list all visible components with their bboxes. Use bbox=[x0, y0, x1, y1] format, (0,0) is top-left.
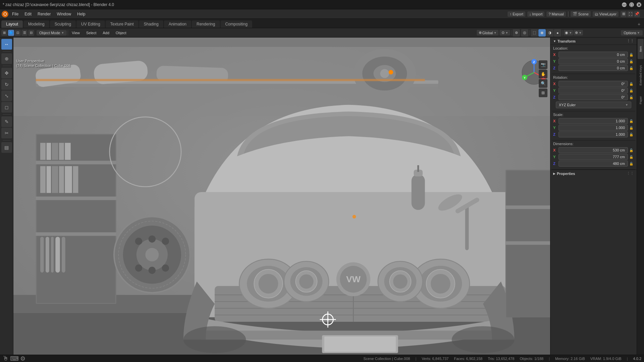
tab-rendering[interactable]: Rendering bbox=[192, 20, 220, 28]
manual-btn[interactable]: ? Manual bbox=[546, 11, 566, 17]
scale-y-lock[interactable]: 🔓 bbox=[629, 126, 634, 130]
object-mode-dropdown[interactable]: Object Mode ▼ bbox=[37, 30, 67, 36]
menubar: ⬡ File Edit Render Window Help ↑ Export … bbox=[0, 9, 644, 19]
scale-x-field[interactable]: 1.000 bbox=[559, 118, 628, 124]
status-icon-settings[interactable]: ⚙ bbox=[20, 355, 25, 362]
tab-shading[interactable]: Shading bbox=[139, 20, 163, 28]
transform-panel-header[interactable]: ▼ Transform ⋮⋮ bbox=[550, 38, 637, 45]
rot-y-lock[interactable]: 🔓 bbox=[629, 89, 634, 93]
add-menu[interactable]: Add bbox=[100, 30, 112, 36]
rotate-tool-btn[interactable]: ↻ bbox=[1, 79, 12, 90]
rot-y-field[interactable]: 0° bbox=[559, 87, 628, 94]
transform-tool-btn[interactable]: ◻ bbox=[1, 102, 12, 113]
transform-panel-settings[interactable]: ⋮⋮ bbox=[627, 39, 634, 43]
toolbar-icon-2[interactable]: 🔷 bbox=[8, 30, 14, 36]
annotate-tool-btn[interactable]: ✎ bbox=[1, 116, 12, 127]
loc-y-field[interactable]: 0 cm bbox=[559, 58, 628, 64]
maximize-button[interactable]: □ bbox=[629, 2, 634, 7]
loc-x-field[interactable]: 0 cm bbox=[559, 52, 628, 58]
transform-space[interactable]: ⊕ Global ▼ bbox=[477, 30, 499, 36]
menu-window[interactable]: Window bbox=[54, 11, 74, 17]
toolbar-icon-1[interactable]: ⊞ bbox=[1, 30, 7, 36]
import-btn[interactable]: ↓ Import bbox=[527, 11, 545, 17]
overlays-btn[interactable]: ◉ ▼ bbox=[564, 30, 573, 36]
snap-btn[interactable]: ⊛ bbox=[513, 29, 520, 37]
close-button[interactable]: ✕ bbox=[637, 2, 641, 7]
full-screen-btn[interactable]: ⛶ bbox=[627, 11, 633, 17]
editor-type-btn[interactable]: ⊞ bbox=[621, 11, 627, 17]
scale-x-lock[interactable]: 🔓 bbox=[629, 119, 634, 123]
rot-z-lock[interactable]: 🔓 bbox=[629, 96, 634, 99]
loc-x-lock[interactable]: 🔓 bbox=[629, 53, 634, 57]
toolbar-icon-3[interactable]: ⊡ bbox=[15, 30, 21, 36]
tab-sculpting[interactable]: Sculpting bbox=[50, 20, 76, 28]
scale-z-lock[interactable]: 🔓 bbox=[629, 133, 634, 136]
tab-layout[interactable]: Layout bbox=[1, 20, 23, 28]
dim-x-field[interactable]: 530 cm bbox=[559, 147, 628, 153]
viewport[interactable]: VW bbox=[13, 38, 550, 362]
properties-settings[interactable]: ⋮⋮ bbox=[627, 171, 634, 176]
rendered-btn[interactable]: ● bbox=[554, 29, 561, 37]
zoom-camera-btn[interactable]: 📷 bbox=[539, 60, 547, 69]
properties-section[interactable]: ▶ Properties ⋮⋮ bbox=[550, 170, 637, 177]
gizmos-btn[interactable]: ⊕ ▼ bbox=[574, 30, 583, 36]
loc-z-lock[interactable]: 🔓 bbox=[629, 66, 634, 70]
dim-y-field[interactable]: 777 cm bbox=[559, 154, 628, 160]
solid-btn[interactable]: ◉ bbox=[538, 29, 546, 37]
select-menu[interactable]: Select bbox=[83, 30, 99, 36]
select-tool-btn[interactable]: ↔ bbox=[1, 39, 12, 50]
menu-help[interactable]: Help bbox=[74, 11, 88, 17]
wireframe-btn[interactable]: ⬚ bbox=[531, 29, 538, 37]
svg-rect-87 bbox=[417, 165, 419, 172]
menu-render[interactable]: Render bbox=[35, 11, 53, 17]
scale-y-field[interactable]: 1.000 bbox=[559, 125, 628, 131]
add-cube-tool-btn[interactable]: ▤ bbox=[1, 142, 12, 153]
options-btn[interactable]: Options ▼ bbox=[621, 30, 643, 36]
scale-tool-btn[interactable]: ⤡ bbox=[1, 90, 12, 101]
dim-x-lock[interactable]: 🔓 bbox=[629, 148, 634, 152]
add-workspace-btn[interactable]: + bbox=[635, 20, 643, 28]
scale-z-field[interactable]: 1.000 bbox=[559, 131, 628, 137]
loc-z-field[interactable]: 0 cm bbox=[559, 65, 628, 71]
object-menu[interactable]: Object bbox=[113, 30, 129, 36]
viewlayer-dropdown[interactable]: 🗂 ViewLayer bbox=[593, 11, 619, 17]
export-btn[interactable]: ↑ Export bbox=[508, 11, 525, 17]
menu-edit[interactable]: Edit bbox=[22, 11, 34, 17]
proportional-btn[interactable]: ◎ bbox=[521, 29, 528, 37]
looksdev-btn[interactable]: ◑ bbox=[546, 29, 553, 37]
scene-dropdown[interactable]: 🎬 Scene bbox=[571, 11, 591, 17]
workspacebar: Layout Modeling Sculpting UV Editing Tex… bbox=[0, 19, 644, 28]
measure-tool-btn[interactable]: ✂ bbox=[1, 128, 12, 138]
grid-view-btn[interactable]: ⊞ bbox=[539, 88, 547, 97]
toolbar-icon-5[interactable]: ⊟ bbox=[28, 30, 34, 36]
status-icon-keyboard[interactable]: ⌨ bbox=[10, 355, 19, 362]
menu-file[interactable]: File bbox=[9, 11, 21, 17]
tab-compositing[interactable]: Compositing bbox=[221, 20, 252, 28]
euler-dropdown[interactable]: XYZ Euler ▼ bbox=[556, 102, 631, 108]
status-icon-left[interactable]: 🖱 bbox=[3, 355, 9, 362]
view-menu[interactable]: View bbox=[69, 30, 82, 36]
dim-z-lock[interactable]: 🔓 bbox=[629, 162, 634, 166]
dim-z-field[interactable]: 480 cm bbox=[559, 161, 628, 167]
item-tab[interactable]: Item bbox=[638, 39, 644, 59]
svg-rect-27 bbox=[40, 166, 46, 193]
rot-x-field[interactable]: 0° bbox=[559, 81, 628, 87]
cursor-tool-btn[interactable]: ⊕ bbox=[1, 53, 12, 64]
toolbar-icon-4[interactable]: ☰ bbox=[21, 30, 27, 36]
tab-texture-paint[interactable]: Texture Paint bbox=[106, 20, 138, 28]
tab-animation[interactable]: Animation bbox=[164, 20, 191, 28]
rot-z-field[interactable]: 0° bbox=[559, 94, 628, 100]
tab-modeling[interactable]: Modeling bbox=[23, 20, 49, 28]
hand-btn[interactable]: ✋ bbox=[539, 70, 547, 78]
loc-y-lock[interactable]: 🔓 bbox=[629, 60, 634, 63]
pin-btn[interactable]: 📌 bbox=[634, 11, 640, 17]
zoom-btn[interactable]: 🔍 bbox=[539, 79, 547, 88]
extended-keys-tab[interactable]: Extended Keys bbox=[638, 60, 644, 90]
rot-x-lock[interactable]: 🔓 bbox=[629, 82, 634, 86]
dim-y-lock[interactable]: 🔓 bbox=[629, 155, 634, 159]
transform-pivot[interactable]: ⊙ ▼ bbox=[500, 30, 510, 36]
minimize-button[interactable]: ─ bbox=[622, 2, 627, 7]
move-tool-btn[interactable]: ✥ bbox=[1, 68, 12, 78]
tab-uv-editing[interactable]: UV Editing bbox=[76, 20, 105, 28]
paper-tab[interactable]: Paper bbox=[638, 92, 644, 109]
